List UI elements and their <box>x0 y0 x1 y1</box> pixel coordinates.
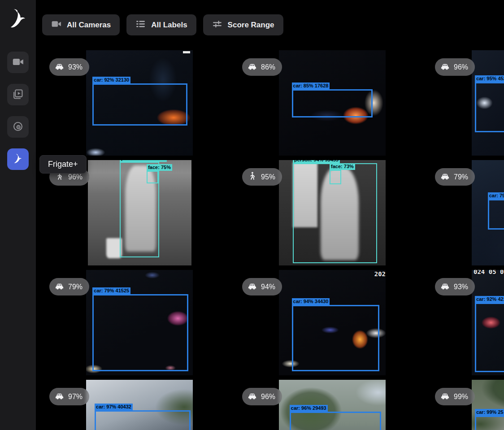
disc-icon <box>12 121 24 134</box>
event-thumbnail[interactable]: car: 85% 17628 <box>279 50 386 156</box>
person-icon <box>248 171 257 182</box>
event-thumbnail[interactable]: car: 94% 34430202 <box>279 270 386 375</box>
badge-score: 95% <box>261 173 275 181</box>
car-icon <box>55 281 64 292</box>
car-icon <box>55 61 64 73</box>
car-icon <box>440 171 450 182</box>
badge-score: 96% <box>454 63 468 71</box>
badge-score: 79% <box>68 283 83 291</box>
score-badge: 99% <box>435 388 475 405</box>
badge-score: 96% <box>68 173 83 181</box>
badge-score: 93% <box>454 283 468 291</box>
car-icon <box>440 391 450 402</box>
frigate-plus-tooltip: Frigate+ <box>39 155 87 174</box>
event-thumbnail[interactable]: car: 92% 4216024 05 0 <box>472 270 504 375</box>
detection-label: car: 99% 25 <box>475 409 504 416</box>
event-cell[interactable]: car: 97% 4043297% <box>43 380 236 430</box>
event-thumbnail[interactable]: car: 79% <box>472 160 504 265</box>
event-cell[interactable]: car: 85% 1762886% <box>236 50 429 156</box>
event-cell[interactable]: person: 94% 93455face: 73%95% <box>236 160 429 265</box>
event-thumbnail[interactable]: car: 92% 32130 <box>86 50 193 156</box>
detection-label: car: 97% 40432 <box>95 404 133 410</box>
detection-bbox <box>147 171 158 183</box>
event-thumbnail[interactable]: car: 96% 29493 <box>279 380 386 430</box>
car-icon <box>440 61 450 73</box>
filter-button-all-labels[interactable]: All Labels <box>126 14 196 35</box>
filter-toolbar: All CamerasAll LabelsScore Range <box>42 14 283 35</box>
detection-bbox <box>488 199 504 230</box>
event-cell[interactable]: car: 96% 2949396% <box>236 380 429 430</box>
score-badge: 93% <box>435 278 475 295</box>
sidebar-item-live[interactable] <box>7 52 29 73</box>
event-thumbnail[interactable]: car: 97% 40432 <box>86 380 193 430</box>
detection-bbox <box>292 305 379 371</box>
event-cell[interactable]: car: 79% 4152579% <box>43 270 236 375</box>
score-badge: 93% <box>49 58 89 76</box>
detection-label: car: 85% 17628 <box>292 83 330 89</box>
detection-bbox <box>475 82 504 133</box>
review-icon <box>12 88 24 101</box>
filter-button-all-cameras[interactable]: All Cameras <box>42 14 120 35</box>
event-thumbnail[interactable]: car: 79% 41525 <box>86 270 193 375</box>
frigate-logo[interactable] <box>8 7 28 32</box>
event-cell[interactable]: car: 95% 4526096% <box>429 50 504 156</box>
event-thumbnail[interactable]: car: 95% 45260 <box>472 50 504 156</box>
detection-label: car: 95% 45260 <box>475 75 504 82</box>
detection-bbox <box>95 410 191 430</box>
event-cell[interactable]: car: 99% 2599% <box>429 380 504 430</box>
detection-label: person: 94% 93455 <box>293 160 340 163</box>
detection-label: face: 75% <box>147 164 172 171</box>
detection-bbox <box>330 170 341 184</box>
event-thumbnail[interactable]: person: 94% 93455face: 73% <box>279 160 386 265</box>
event-thumbnail[interactable]: car: 99% 25 <box>472 380 504 430</box>
event-thumbnail[interactable]: person: 96% 91707face: 75% <box>88 160 191 265</box>
sidebar-item-exports[interactable] <box>7 116 29 138</box>
list-icon <box>135 19 146 31</box>
badge-score: 86% <box>261 63 275 71</box>
camera-timestamp: 024 05 0 <box>474 270 504 275</box>
detection-bbox <box>92 83 187 126</box>
badge-score: 99% <box>454 393 468 401</box>
detection-label: car: 94% 34430 <box>292 298 330 305</box>
badge-score: 79% <box>454 173 468 181</box>
bird-icon <box>12 153 24 166</box>
detection-label: person: 96% 91707 <box>120 160 167 162</box>
badge-score: 94% <box>261 283 275 291</box>
detection-label: face: 73% <box>330 163 355 170</box>
badge-score: 93% <box>68 63 83 71</box>
score-badge: 96% <box>242 388 282 405</box>
filter-button-label: Score Range <box>228 21 274 30</box>
event-cell[interactable]: car: 94% 3443020294% <box>236 270 429 375</box>
detection-label: car: 96% 29493 <box>290 405 328 412</box>
detection-bbox <box>475 303 504 372</box>
filter-button-label: All Cameras <box>67 21 111 30</box>
camera-icon <box>12 56 24 69</box>
badge-score: 97% <box>68 393 83 401</box>
score-badge: 79% <box>49 278 89 295</box>
detection-label: car: 79% <box>488 192 504 199</box>
car-icon <box>248 61 257 73</box>
score-badge: 79% <box>435 168 475 186</box>
score-badge: 86% <box>242 58 282 76</box>
detection-label: car: 79% 41525 <box>92 287 130 294</box>
car-icon <box>440 281 450 292</box>
sidebar-item-review[interactable] <box>7 84 29 105</box>
car-icon <box>248 281 257 292</box>
camera-icon <box>51 19 61 31</box>
filter-button-label: All Labels <box>151 21 187 30</box>
event-cell[interactable]: car: 79%79% <box>429 160 504 265</box>
sliders-icon <box>212 19 222 31</box>
event-cell[interactable]: car: 92% 3213093% <box>43 50 236 156</box>
car-icon <box>55 391 64 402</box>
car-icon <box>248 391 257 402</box>
event-grid: car: 92% 3213093%car: 85% 1762886%car: 9… <box>43 50 504 430</box>
sidebar <box>0 0 36 430</box>
filter-button-score-range[interactable]: Score Range <box>203 14 283 35</box>
detection-bbox <box>290 412 382 430</box>
detection-bbox <box>92 294 188 371</box>
event-cell[interactable]: person: 96% 91707face: 75%96% <box>43 160 236 265</box>
sidebar-item-frigate-plus[interactable] <box>7 148 29 170</box>
camera-timestamp: 202 <box>374 270 386 278</box>
event-cell[interactable]: car: 92% 4216024 05 093% <box>429 270 504 375</box>
score-badge: 94% <box>242 278 282 295</box>
